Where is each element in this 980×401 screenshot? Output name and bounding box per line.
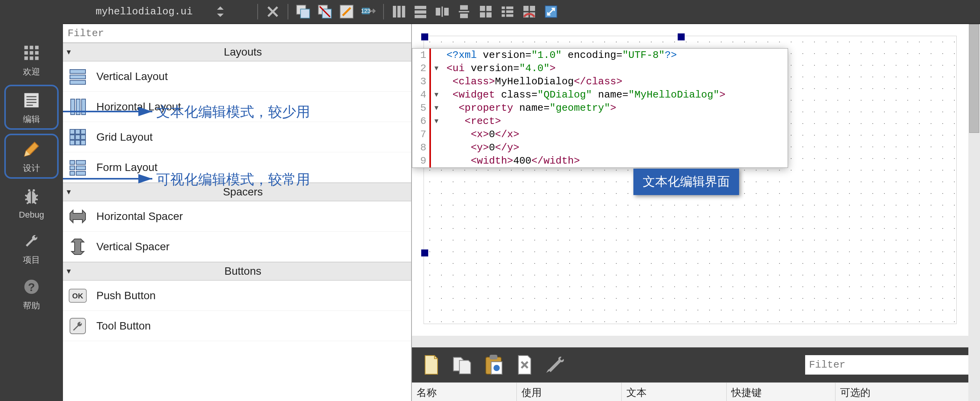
svg-point-23 (33, 189, 35, 192)
sidebar-label: 欢迎 (23, 66, 40, 78)
svg-rect-75 (70, 160, 75, 164)
svg-rect-78 (76, 166, 85, 170)
widget-vertical-layout[interactable]: Vertical Layout (63, 61, 411, 92)
widget-horizontal-spacer[interactable]: Horizontal Spacer (63, 201, 411, 232)
section-header-buttons[interactable]: ▼ Buttons (63, 262, 411, 281)
svg-rect-51 (502, 10, 505, 13)
svg-rect-50 (506, 7, 513, 9)
layout-form-icon[interactable] (497, 2, 518, 22)
sidebar-item-welcome[interactable]: 欢迎 (4, 39, 59, 81)
configure-action-button[interactable] (544, 353, 567, 377)
collapse-icon: ▼ (63, 48, 75, 56)
canvas-area: 1<?xml version="1.0" encoding="UTF-8"?>2… (412, 24, 980, 401)
sidebar-item-project[interactable]: 项目 (4, 227, 59, 269)
collapse-icon: ▼ (63, 188, 75, 196)
section-header-layouts[interactable]: ▼ Layouts (63, 43, 411, 61)
svg-rect-4 (30, 51, 33, 54)
svg-rect-36 (415, 6, 426, 9)
svg-rect-0 (24, 46, 28, 49)
widget-form-layout[interactable]: Form Layout (63, 152, 411, 183)
widget-push-button[interactable]: OK Push Button (63, 281, 411, 311)
adjust-size-icon[interactable] (541, 2, 561, 22)
svg-rect-71 (81, 135, 85, 139)
svg-rect-66 (70, 129, 75, 134)
svg-rect-70 (75, 135, 80, 139)
svg-rect-40 (444, 8, 449, 16)
action-filter-input[interactable] (805, 355, 972, 375)
layout-vertical-icon[interactable] (410, 2, 431, 22)
th-name[interactable]: 名称 (412, 383, 517, 401)
sidebar-item-design[interactable]: 设计 (4, 134, 59, 179)
svg-rect-56 (530, 6, 535, 11)
widget-filter-input[interactable] (63, 24, 411, 43)
svg-rect-49 (502, 7, 505, 9)
section-header-spacers[interactable]: ▼ Spacers (63, 183, 411, 201)
svg-rect-37 (415, 10, 426, 14)
svg-rect-61 (70, 75, 85, 79)
svg-rect-69 (70, 135, 75, 139)
widget-horizontal-layout[interactable]: Horizontal Layout (63, 92, 411, 122)
new-action-button[interactable] (420, 353, 443, 377)
sidebar-item-debug[interactable]: Debug (4, 183, 59, 223)
break-layout-icon[interactable] (519, 2, 539, 22)
separator (288, 4, 288, 19)
th-shortcut[interactable]: 快捷键 (727, 383, 835, 401)
svg-rect-74 (81, 140, 85, 145)
svg-rect-55 (523, 6, 528, 11)
th-checkable[interactable]: 可选的 (835, 383, 980, 401)
th-used[interactable]: 使用 (517, 383, 622, 401)
formlayout-icon (67, 157, 89, 178)
widget-label: Vertical Spacer (96, 241, 169, 253)
svg-rect-7 (30, 56, 33, 60)
th-text[interactable]: 文本 (622, 383, 727, 401)
file-tab[interactable]: myhellodialog.ui (67, 5, 253, 18)
bug-icon (21, 186, 42, 207)
selection-handle[interactable] (421, 249, 428, 256)
vertical-scrollbar[interactable] (968, 24, 980, 401)
tool-newform-icon[interactable] (293, 2, 313, 22)
tool-edit-tab-order-icon[interactable]: 123 (358, 2, 378, 22)
svg-rect-5 (35, 51, 38, 54)
layout-vsplit-icon[interactable] (454, 2, 474, 22)
sidebar-item-edit[interactable]: 编辑 (4, 85, 59, 130)
horizontal-scrollbar[interactable] (412, 336, 980, 347)
svg-line-20 (27, 202, 29, 204)
layout-hsplit-icon[interactable] (432, 2, 452, 22)
wrench-icon (21, 230, 42, 252)
xml-source-popup: 1<?xml version="1.0" encoding="UTF-8"?>2… (412, 48, 788, 168)
help-icon: ? (21, 276, 42, 298)
action-editor: 名称 使用 文本 快捷键 可选的 (412, 347, 980, 401)
tool-edit-signals-icon[interactable] (315, 2, 335, 22)
layout-grid-icon[interactable] (476, 2, 496, 22)
sidebar-item-help[interactable]: ? 帮助 (4, 273, 59, 315)
widget-vertical-spacer[interactable]: Vertical Spacer (63, 232, 411, 262)
widget-grid-layout[interactable]: Grid Layout (63, 122, 411, 152)
sidebar-label: 项目 (23, 254, 40, 266)
updown-icon[interactable] (216, 5, 225, 18)
widget-label: Horizontal Layout (96, 101, 181, 113)
tool-edit-buddies-icon[interactable] (337, 2, 357, 22)
selection-handle[interactable] (678, 33, 685, 40)
paste-action-button[interactable] (482, 353, 505, 377)
copy-action-button[interactable] (451, 353, 474, 377)
svg-point-87 (493, 365, 500, 371)
section-title: Buttons (75, 265, 411, 277)
form-canvas[interactable]: 1<?xml version="1.0" encoding="UTF-8"?>2… (412, 24, 980, 336)
delete-action-button[interactable] (513, 353, 536, 377)
selection-handle[interactable] (421, 33, 428, 40)
svg-rect-52 (506, 10, 513, 13)
svg-rect-33 (393, 6, 396, 17)
vspacer-icon (67, 236, 89, 258)
svg-rect-6 (24, 56, 28, 60)
widget-tool-button[interactable]: Tool Button (63, 311, 411, 341)
svg-text:123: 123 (361, 7, 371, 14)
collapse-icon: ▼ (63, 267, 75, 275)
layout-horizontal-icon[interactable] (389, 2, 409, 22)
actions-table-header: 名称 使用 文本 快捷键 可选的 (412, 382, 980, 401)
mode-sidebar: 欢迎 编辑 设计 Debug 项目 (0, 0, 63, 401)
section-title: Spacers (75, 186, 411, 198)
sidebar-label: 设计 (23, 162, 40, 174)
widget-box: ▼ Layouts Vertical Layout Horizontal Lay… (63, 24, 412, 401)
sidebar-label: 帮助 (23, 300, 40, 312)
close-button[interactable] (263, 2, 283, 22)
